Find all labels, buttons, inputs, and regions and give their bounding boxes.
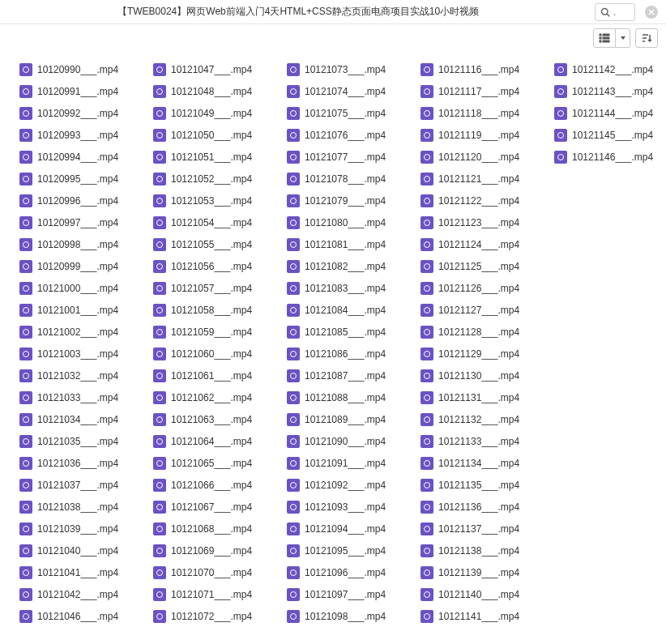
file-item[interactable]: 10120999___.mp4 [19, 255, 137, 277]
file-item[interactable]: 10121048___.mp4 [153, 80, 271, 102]
file-item[interactable]: 10121125___.mp4 [421, 255, 538, 277]
file-item[interactable]: 10121078___.mp4 [287, 168, 404, 190]
file-item[interactable]: 10120998___.mp4 [19, 233, 137, 255]
file-item[interactable]: 10121093___.mp4 [287, 496, 404, 518]
file-item[interactable]: 10121032___.mp4 [19, 365, 137, 386]
file-item[interactable]: 10121059___.mp4 [153, 321, 271, 343]
file-item[interactable]: 10121035___.mp4 [19, 430, 137, 452]
file-item[interactable]: 10121054___.mp4 [153, 211, 271, 233]
file-item[interactable]: 10121098___.mp4 [287, 605, 404, 627]
file-item[interactable]: 10121134___.mp4 [421, 452, 538, 474]
file-item[interactable]: 10121132___.mp4 [421, 408, 538, 430]
file-item[interactable]: 10121000___.mp4 [19, 277, 137, 299]
file-item[interactable]: 10121062___.mp4 [153, 386, 271, 408]
file-item[interactable]: 10121085___.mp4 [287, 321, 404, 343]
file-item[interactable]: 10121071___.mp4 [153, 583, 271, 605]
file-item[interactable]: 10121061___.mp4 [153, 365, 271, 386]
file-item[interactable]: 10121142___.mp4 [554, 58, 666, 80]
file-item[interactable]: 10121116___.mp4 [421, 58, 538, 80]
view-dropdown-button[interactable] [616, 28, 630, 48]
file-item[interactable]: 10121073___.mp4 [287, 58, 404, 80]
file-item[interactable]: 10120995___.mp4 [19, 168, 137, 190]
file-item[interactable]: 10121140___.mp4 [421, 583, 538, 605]
file-item[interactable]: 10121094___.mp4 [287, 518, 404, 540]
breadcrumb[interactable]: 【TWEB0024】网页Web前端入门4天HTML+CSS静态页面电商项目实战1… [8, 5, 588, 19]
file-item[interactable]: 10121056___.mp4 [153, 255, 271, 277]
file-item[interactable]: 10121037___.mp4 [19, 474, 137, 496]
file-item[interactable]: 10120992___.mp4 [19, 102, 137, 124]
file-item[interactable]: 10121066___.mp4 [153, 474, 271, 496]
file-item[interactable]: 10121064___.mp4 [153, 430, 271, 452]
file-item[interactable]: 10121137___.mp4 [421, 518, 538, 540]
view-list-button[interactable] [593, 28, 616, 48]
file-item[interactable]: 10121046___.mp4 [19, 605, 137, 627]
file-item[interactable]: 10121077___.mp4 [287, 146, 404, 168]
file-item[interactable]: 10121095___.mp4 [287, 540, 404, 561]
file-item[interactable]: 10121060___.mp4 [153, 343, 271, 365]
clear-search-button[interactable] [645, 6, 658, 19]
file-item[interactable]: 10121049___.mp4 [153, 102, 271, 124]
file-item[interactable]: 10121063___.mp4 [153, 408, 271, 430]
file-item[interactable]: 10121144___.mp4 [554, 102, 666, 124]
file-item[interactable]: 10121034___.mp4 [19, 408, 137, 430]
file-item[interactable]: 10121096___.mp4 [287, 561, 404, 583]
file-item[interactable]: 10121090___.mp4 [287, 430, 404, 452]
file-item[interactable]: 10121067___.mp4 [153, 496, 271, 518]
file-item[interactable]: 10121076___.mp4 [287, 124, 404, 146]
file-item[interactable]: 10121001___.mp4 [19, 299, 137, 321]
file-item[interactable]: 10120997___.mp4 [19, 211, 137, 233]
file-item[interactable]: 10121124___.mp4 [421, 233, 538, 255]
file-item[interactable]: 10121143___.mp4 [554, 80, 666, 102]
file-item[interactable]: 10121039___.mp4 [19, 518, 137, 540]
file-item[interactable]: 10121086___.mp4 [287, 343, 404, 365]
file-item[interactable]: 10121069___.mp4 [153, 540, 271, 561]
file-item[interactable]: 10121065___.mp4 [153, 452, 271, 474]
file-item[interactable]: 10121051___.mp4 [153, 146, 271, 168]
search-input[interactable] [613, 6, 630, 18]
file-item[interactable]: 10121083___.mp4 [287, 277, 404, 299]
file-item[interactable]: 10121117___.mp4 [421, 80, 538, 102]
file-item[interactable]: 10121079___.mp4 [287, 190, 404, 211]
file-item[interactable]: 10121130___.mp4 [421, 365, 538, 386]
file-item[interactable]: 10121091___.mp4 [287, 452, 404, 474]
file-item[interactable]: 10121145___.mp4 [554, 124, 666, 146]
file-item[interactable]: 10121138___.mp4 [421, 540, 538, 561]
file-item[interactable]: 10121121___.mp4 [421, 168, 538, 190]
file-item[interactable]: 10121089___.mp4 [287, 408, 404, 430]
file-item[interactable]: 10121050___.mp4 [153, 124, 271, 146]
file-item[interactable]: 10121087___.mp4 [287, 365, 404, 386]
file-item[interactable]: 10121131___.mp4 [421, 386, 538, 408]
file-item[interactable]: 10121036___.mp4 [19, 452, 137, 474]
file-item[interactable]: 10121146___.mp4 [554, 146, 666, 168]
file-item[interactable]: 10121128___.mp4 [421, 321, 538, 343]
file-item[interactable]: 10121118___.mp4 [421, 102, 538, 124]
search-box[interactable] [595, 3, 635, 21]
file-item[interactable]: 10121047___.mp4 [153, 58, 271, 80]
file-item[interactable]: 10121126___.mp4 [421, 277, 538, 299]
file-item[interactable]: 10121123___.mp4 [421, 211, 538, 233]
file-item[interactable]: 10121003___.mp4 [19, 343, 137, 365]
file-item[interactable]: 10121088___.mp4 [287, 386, 404, 408]
file-item[interactable]: 10120991___.mp4 [19, 80, 137, 102]
file-item[interactable]: 10121075___.mp4 [287, 102, 404, 124]
file-item[interactable]: 10121127___.mp4 [421, 299, 538, 321]
file-item[interactable]: 10120990___.mp4 [19, 58, 137, 80]
file-item[interactable]: 10121141___.mp4 [421, 605, 538, 627]
file-item[interactable]: 10121074___.mp4 [287, 80, 404, 102]
file-item[interactable]: 10120993___.mp4 [19, 124, 137, 146]
file-item[interactable]: 10121068___.mp4 [153, 518, 271, 540]
file-item[interactable]: 10121038___.mp4 [19, 496, 137, 518]
file-item[interactable]: 10121080___.mp4 [287, 211, 404, 233]
file-item[interactable]: 10121053___.mp4 [153, 190, 271, 211]
file-item[interactable]: 10121129___.mp4 [421, 343, 538, 365]
file-item[interactable]: 10120994___.mp4 [19, 146, 137, 168]
file-item[interactable]: 10121042___.mp4 [19, 583, 137, 605]
file-item[interactable]: 10121119___.mp4 [421, 124, 538, 146]
file-item[interactable]: 10121058___.mp4 [153, 299, 271, 321]
file-item[interactable]: 10121135___.mp4 [421, 474, 538, 496]
file-item[interactable]: 10121133___.mp4 [421, 430, 538, 452]
file-item[interactable]: 10121052___.mp4 [153, 168, 271, 190]
file-item[interactable]: 10121040___.mp4 [19, 540, 137, 561]
file-item[interactable]: 10121097___.mp4 [287, 583, 404, 605]
file-item[interactable]: 10121057___.mp4 [153, 277, 271, 299]
